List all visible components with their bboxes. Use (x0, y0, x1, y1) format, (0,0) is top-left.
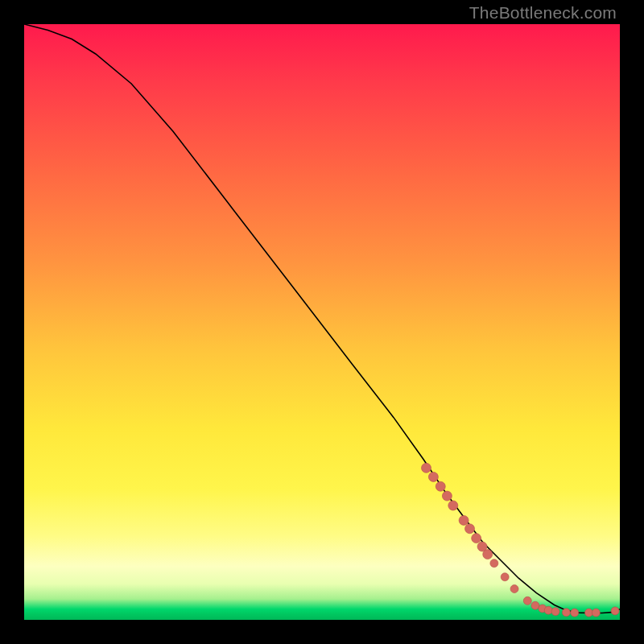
data-point (531, 601, 539, 609)
data-point (436, 481, 445, 491)
data-point (448, 501, 458, 510)
data-point (562, 609, 570, 617)
data-point (490, 559, 498, 568)
plot-area (24, 24, 620, 620)
chart-frame: TheBottleneck.com (0, 0, 644, 644)
data-point (472, 534, 481, 543)
data-point (422, 463, 431, 473)
data-points (422, 463, 620, 617)
data-point (611, 607, 619, 615)
data-point (428, 472, 438, 481)
data-point (442, 491, 452, 501)
data-point (571, 609, 579, 617)
data-point (551, 608, 559, 616)
data-point (465, 524, 475, 534)
data-point (459, 515, 469, 525)
data-point (483, 550, 493, 559)
data-point (523, 597, 531, 605)
bottleneck-curve (24, 24, 620, 613)
data-point (585, 609, 593, 617)
watermark-text: TheBottleneck.com (469, 3, 617, 23)
data-point (592, 609, 600, 617)
data-point (544, 606, 552, 614)
chart-overlay (24, 24, 620, 620)
data-point (510, 585, 518, 593)
data-point (501, 573, 509, 581)
